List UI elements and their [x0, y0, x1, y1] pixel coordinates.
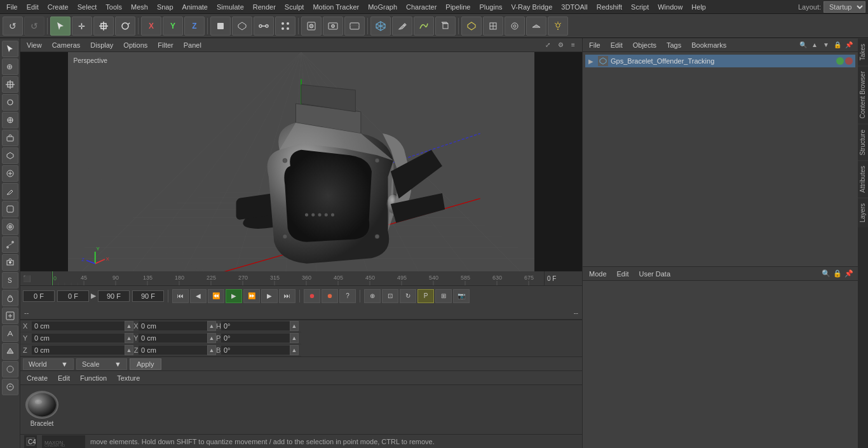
render-view-button[interactable] [301, 17, 322, 36]
material-menu-edit[interactable]: Edit [55, 373, 72, 383]
menu-pipeline[interactable]: Pipeline [442, 2, 474, 12]
material-bracelet-thumb[interactable]: Bracelet [23, 391, 61, 429]
coord-p-field[interactable] [221, 334, 290, 343]
pen-tool-button[interactable] [392, 17, 412, 36]
left-tool-19[interactable] [2, 361, 18, 377]
coord-b-field[interactable] [221, 346, 290, 355]
om-lock-icon[interactable]: 🔒 [832, 40, 843, 50]
vtab-attributes[interactable]: Attributes [858, 160, 868, 198]
next-keyframe-button[interactable]: ⏩ [243, 289, 260, 303]
poly-mode-button[interactable] [232, 17, 252, 36]
coord-x2-up[interactable]: ▲ [207, 321, 216, 331]
left-tool-17[interactable] [2, 325, 18, 342]
render-picture-button[interactable] [323, 17, 343, 36]
material-menu-create[interactable]: Create [24, 373, 50, 383]
menu-help[interactable]: Help [688, 2, 710, 12]
menu-character[interactable]: Character [402, 2, 440, 12]
help-button[interactable]: ? [339, 289, 356, 303]
left-tool-9[interactable] [2, 183, 18, 200]
undo-button[interactable]: ↺ [3, 17, 23, 36]
om-arrow-up-icon[interactable]: ▲ [810, 40, 820, 50]
coord-z2-up[interactable]: ▲ [207, 345, 216, 355]
left-tool-8[interactable] [2, 165, 18, 182]
cube-button[interactable] [370, 17, 391, 36]
menu-vray[interactable]: V-Ray Bridge [508, 2, 557, 12]
left-tool-7[interactable] [2, 147, 18, 164]
menu-snap[interactable]: Snap [153, 2, 177, 12]
left-tool-select[interactable] [2, 41, 18, 57]
ap-search-icon[interactable]: 🔍 [821, 269, 831, 279]
menu-mograph[interactable]: MoGraph [364, 2, 401, 12]
top-view-button[interactable] [483, 17, 503, 36]
ap-pin-icon[interactable]: 📌 [844, 269, 854, 279]
record-button[interactable]: ⏺ [304, 289, 320, 303]
menu-sculpt[interactable]: Sculpt [281, 2, 308, 12]
scale-pb-button[interactable]: ⊡ [382, 289, 398, 303]
coord-z2-field[interactable] [139, 346, 207, 355]
layout-select[interactable]: Startup [824, 1, 865, 13]
viewport-canvas[interactable]: Grid Spacing : 10 cm Perspective X Y Z [20, 52, 582, 271]
go-end-button[interactable]: ⏭ [279, 289, 295, 303]
viewport-menu-display[interactable]: Display [88, 40, 116, 50]
vtab-layers[interactable]: Layers [858, 198, 868, 227]
left-tool-11[interactable] [2, 219, 18, 235]
left-tool-10[interactable] [2, 201, 18, 217]
coord-y-field[interactable] [32, 334, 125, 343]
extrude-button[interactable] [435, 17, 456, 36]
om-menu-bookmarks[interactable]: Bookmarks [689, 40, 729, 50]
viewport-settings-icon[interactable]: ⚙ [555, 40, 566, 50]
coord-h-field[interactable] [221, 322, 290, 330]
left-tool-20[interactable] [2, 379, 18, 395]
object-mode-button[interactable] [210, 17, 231, 36]
menu-tools[interactable]: Tools [102, 2, 126, 12]
om-menu-tags[interactable]: Tags [664, 40, 684, 50]
om-menu-objects[interactable]: Objects [630, 40, 659, 50]
left-tool-rotate[interactable] [2, 94, 18, 111]
left-tool-5[interactable] [2, 112, 18, 128]
move-tool-button[interactable]: ✛ [72, 17, 92, 36]
light-button[interactable] [548, 17, 568, 36]
ap-menu-userdata[interactable]: User Data [637, 269, 674, 279]
menu-mesh[interactable]: Mesh [127, 2, 152, 12]
y-axis-button[interactable]: Y [163, 17, 183, 36]
left-tool-12[interactable] [2, 236, 18, 253]
apply-button[interactable]: Apply [130, 358, 161, 370]
floor-button[interactable] [526, 17, 546, 36]
menu-window[interactable]: Window [654, 2, 686, 12]
viewport-menu-panel[interactable]: Panel [181, 40, 204, 50]
x-axis-button[interactable]: X [141, 17, 161, 36]
material-menu-function[interactable]: Function [78, 373, 109, 383]
render-anim-button[interactable] [344, 17, 365, 36]
start-frame-field[interactable] [23, 290, 55, 302]
viewport-toggle-icon[interactable]: ≡ [568, 40, 578, 50]
prev-frame-button[interactable]: ◀ [190, 289, 207, 303]
redo-button[interactable]: ↺ [24, 17, 44, 36]
left-tool-14[interactable]: S [2, 272, 18, 288]
scale-tool-button[interactable] [93, 17, 114, 36]
coord-p-up[interactable]: ▲ [290, 333, 299, 343]
ap-menu-edit[interactable]: Edit [614, 269, 632, 279]
rotate-pb-button[interactable]: ↻ [400, 289, 416, 303]
front-view-button[interactable] [505, 17, 525, 36]
edge-mode-button[interactable] [254, 17, 274, 36]
menu-create[interactable]: Create [44, 2, 72, 12]
menu-simulate[interactable]: Simulate [213, 2, 248, 12]
next-frame-button[interactable]: ▶ [261, 289, 278, 303]
point-mode-button[interactable] [275, 17, 295, 36]
menu-select[interactable]: Select [74, 2, 101, 12]
record-keyframe-button[interactable]: ⏺ [322, 289, 338, 303]
viewport-maximize-icon[interactable]: ⤢ [543, 40, 553, 50]
object-row-bracelet[interactable]: ▶ Gps_Bracelet_Offender_Tracking [585, 55, 855, 67]
object-expand-icon[interactable]: ▶ [588, 57, 595, 65]
object-dot-editor[interactable] [845, 57, 853, 65]
coord-b-up[interactable]: ▲ [290, 345, 299, 355]
select-tool-button[interactable] [50, 17, 71, 36]
end-frame-field1[interactable] [98, 290, 130, 302]
vtab-content-browser[interactable]: Content Browser [858, 65, 868, 123]
object-dot-render[interactable] [836, 57, 844, 65]
left-tool-16[interactable] [2, 308, 18, 324]
perspective-view-button[interactable] [461, 17, 482, 36]
move-pb-button[interactable]: ⊕ [364, 289, 381, 303]
om-menu-edit[interactable]: Edit [608, 40, 625, 50]
menu-3dtoall[interactable]: 3DTOAll [557, 2, 591, 12]
